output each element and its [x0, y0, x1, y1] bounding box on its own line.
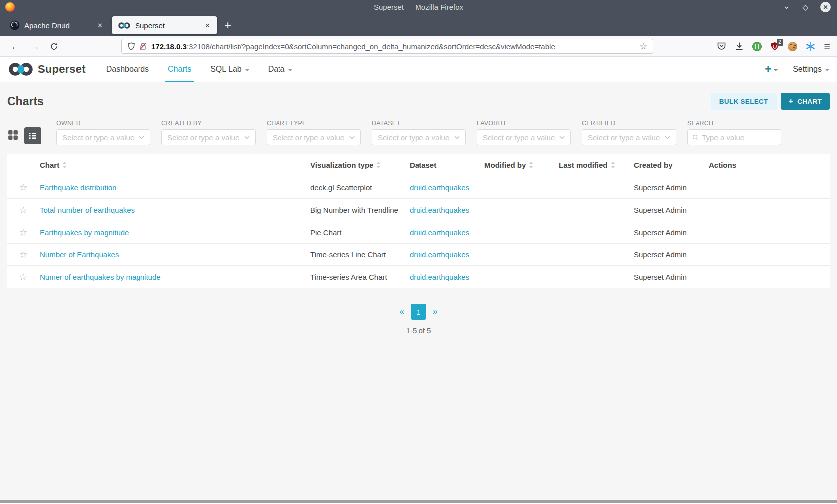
chart-link[interactable]: Total number of earthquakes: [40, 206, 135, 214]
table-row: ☆ Earthquake distribution deck.gl Scatte…: [7, 176, 830, 199]
green-extension-icon[interactable]: [752, 42, 762, 51]
settings-menu[interactable]: Settings: [793, 65, 829, 74]
favorite-star-icon[interactable]: ☆: [19, 272, 27, 282]
sort-icon: [62, 162, 67, 168]
bulk-select-button[interactable]: BULK SELECT: [711, 93, 777, 110]
cookie-icon[interactable]: [788, 42, 797, 51]
dataset-link[interactable]: druid.earthquakes: [410, 251, 469, 259]
bookmark-star-icon[interactable]: ☆: [640, 41, 647, 52]
filter-favorite: FAVORITE Select or type a value: [477, 120, 571, 145]
navigation-toolbar: ← → 172.18.0.3:32108/chart/list/?pageInd…: [0, 36, 837, 57]
chevron-down-icon: [559, 136, 565, 139]
nav-item-dashboards[interactable]: Dashboards: [97, 57, 158, 82]
search-icon: [692, 134, 698, 141]
created-by-cell: Superset Admin: [634, 251, 709, 259]
page-1-button[interactable]: 1: [411, 304, 426, 320]
charts-table: Chart Visualization type Dataset Modifie…: [7, 154, 830, 288]
search-input[interactable]: [702, 133, 776, 142]
add-chart-button[interactable]: + CHART: [781, 93, 830, 110]
column-header-chart[interactable]: Chart: [40, 161, 310, 169]
dataset-link[interactable]: druid.earthquakes: [410, 228, 469, 237]
superset-tab-icon: [118, 22, 131, 29]
column-header-dataset[interactable]: Dataset: [410, 161, 484, 169]
window-controls: ⌄ ◇ ✕: [783, 2, 831, 12]
chevron-down-icon: [825, 69, 829, 71]
close-window-icon[interactable]: ✕: [820, 2, 831, 12]
close-tab-icon[interactable]: ✕: [203, 21, 212, 30]
add-new-button[interactable]: +: [765, 63, 778, 76]
next-page-button[interactable]: »: [433, 307, 437, 317]
table-row: ☆ Number of Earthquakes Time-series Line…: [7, 244, 830, 266]
favorite-star-icon[interactable]: ☆: [19, 183, 27, 192]
maximize-icon[interactable]: ◇: [802, 3, 808, 11]
snowflake-extension-icon[interactable]: [806, 42, 815, 51]
minimize-icon[interactable]: ⌄: [783, 1, 790, 10]
superset-infinity-icon: [8, 62, 34, 77]
table-header-row: Chart Visualization type Dataset Modifie…: [7, 154, 830, 176]
visualization-type-cell: Pie Chart: [310, 228, 410, 237]
forward-icon[interactable]: →: [25, 42, 45, 51]
visualization-type-cell: Time-series Line Chart: [310, 251, 410, 259]
column-header-visualization-type[interactable]: Visualization type: [310, 161, 410, 169]
table-row: ☆ Earthquakes by magnitude Pie Chart dru…: [7, 221, 830, 244]
insecure-lock-icon[interactable]: [140, 42, 147, 50]
url-bar[interactable]: 172.18.0.3:32108/chart/list/?pageIndex=0…: [121, 39, 653, 54]
tab-apache-druid[interactable]: Apache Druid ✕: [4, 16, 110, 34]
dataset-link[interactable]: druid.earthquakes: [410, 273, 469, 281]
window-title: Superset — Mozilla Firefox: [0, 3, 837, 11]
ublock-icon[interactable]: 2: [770, 42, 779, 51]
nav-item-data[interactable]: Data: [259, 57, 302, 82]
nav-item-charts[interactable]: Charts: [158, 57, 201, 82]
tracking-protection-shield-icon[interactable]: [127, 42, 135, 51]
filter-chart-type: CHART TYPE Select or type a value: [267, 120, 361, 145]
dataset-select[interactable]: Select or type a value: [372, 129, 466, 145]
plus-icon: +: [789, 97, 794, 105]
column-header-last-modified[interactable]: Last modified: [559, 161, 634, 169]
list-view-icon[interactable]: [24, 127, 41, 144]
tab-label: Superset: [135, 21, 198, 30]
chart-link[interactable]: Earthquake distribution: [40, 183, 116, 192]
page-title: Charts: [7, 95, 44, 108]
back-icon[interactable]: ←: [6, 42, 25, 51]
column-header-modified-by[interactable]: Modified by: [484, 161, 559, 169]
certified-select[interactable]: Select or type a value: [582, 129, 676, 145]
new-tab-button[interactable]: +: [224, 19, 231, 31]
pagination-summary: 1-5 of 5: [0, 326, 837, 335]
dataset-link[interactable]: druid.earthquakes: [410, 206, 469, 214]
pocket-icon[interactable]: [717, 42, 726, 51]
visualization-type-cell: deck.gl Scatterplot: [310, 183, 410, 192]
tab-superset[interactable]: Superset ✕: [112, 16, 217, 34]
reload-icon[interactable]: [45, 42, 63, 51]
menu-icon[interactable]: ≡: [824, 41, 830, 52]
card-view-icon[interactable]: [7, 129, 19, 143]
sort-icon: [611, 162, 615, 168]
chevron-down-icon: [288, 69, 292, 71]
column-header-actions: Actions: [709, 161, 830, 169]
favorite-star-icon[interactable]: ☆: [19, 250, 27, 259]
favorite-star-icon[interactable]: ☆: [19, 205, 27, 215]
url-host: 172.18.0.3: [151, 42, 187, 51]
pagination: « 1 »: [0, 304, 837, 320]
chart-link[interactable]: Earthquakes by magnitude: [40, 228, 129, 237]
nav-item-sql-lab[interactable]: SQL Lab: [201, 57, 259, 82]
brand-name: Superset: [38, 63, 86, 76]
chevron-down-icon: [665, 136, 670, 139]
firefox-icon: [5, 2, 15, 12]
favorite-select[interactable]: Select or type a value: [477, 129, 571, 145]
superset-logo[interactable]: Superset: [8, 57, 86, 82]
created-by-cell: Superset Admin: [634, 183, 709, 192]
chart-type-select[interactable]: Select or type a value: [267, 129, 361, 145]
created-by-cell: Superset Admin: [634, 273, 709, 281]
visualization-type-cell: Big Number with Trendline: [310, 206, 410, 214]
previous-page-button[interactable]: «: [400, 307, 404, 317]
dataset-link[interactable]: druid.earthquakes: [410, 183, 469, 192]
chart-link[interactable]: Number of Earthquakes: [40, 251, 119, 259]
created-by-select[interactable]: Select or type a value: [161, 129, 256, 145]
ublock-badge: 2: [777, 39, 784, 46]
chart-link[interactable]: Numer of earthquakes by magnitude: [40, 273, 161, 281]
close-tab-icon[interactable]: ✕: [95, 21, 105, 30]
owner-select[interactable]: Select or type a value: [56, 129, 150, 145]
favorite-star-icon[interactable]: ☆: [19, 228, 27, 237]
download-icon[interactable]: [735, 42, 744, 51]
superset-navbar: Superset Dashboards Charts SQL Lab Data …: [0, 57, 837, 82]
